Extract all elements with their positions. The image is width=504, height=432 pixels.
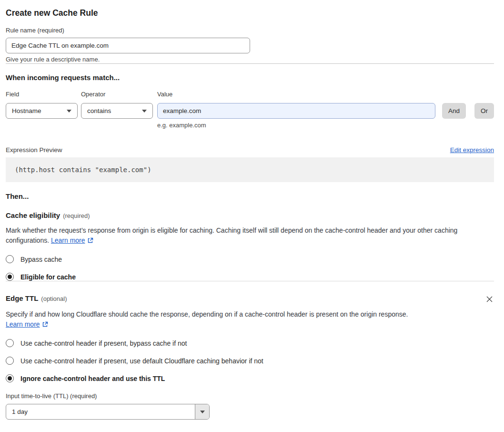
field-label: Field — [6, 91, 78, 98]
cache-eligibility-description: Mark whether the request’s response from… — [6, 226, 494, 246]
rule-name-label: Rule name (required) — [6, 27, 494, 34]
ttl-select[interactable]: 1 day — [6, 404, 210, 420]
eligible-for-cache-option[interactable]: Eligible for cache — [6, 273, 494, 281]
learn-more-label: Learn more — [6, 320, 40, 328]
edge-ttl-description-text: Specify if and how long Cloudflare shoul… — [6, 310, 408, 318]
edit-expression-link[interactable]: Edit expression — [450, 146, 494, 154]
chevron-down-icon — [67, 110, 71, 113]
ttl-option-bypass[interactable]: Use cache-control header if present, byp… — [6, 339, 494, 347]
radio-button-selected-icon[interactable] — [6, 374, 14, 382]
edge-ttl-learn-more-link[interactable]: Learn more — [6, 320, 48, 328]
ttl-input-label: Input time-to-live (TTL) (required) — [6, 392, 494, 400]
value-label: Value — [157, 91, 435, 98]
ttl-select-value: 1 day — [6, 404, 195, 419]
create-cache-rule-form: Create new Cache Rule Rule name (require… — [0, 0, 504, 425]
expression-builder-row: Field Hostname Operator contains Value e… — [6, 91, 494, 129]
value-helper: e.g. example.com — [157, 122, 435, 129]
value-column: Value e.g. example.com — [157, 91, 435, 129]
bypass-cache-option[interactable]: Bypass cache — [6, 255, 494, 263]
and-button[interactable]: And — [442, 103, 466, 119]
rule-name-helper: Give your rule a descriptive name. — [6, 56, 494, 63]
edge-ttl-description: Specify if and how long Cloudflare shoul… — [6, 309, 408, 329]
chevron-down-icon — [195, 404, 209, 419]
chevron-down-icon — [142, 110, 147, 113]
radio-button-icon[interactable] — [6, 357, 14, 365]
field-select[interactable]: Hostname — [6, 103, 78, 119]
learn-more-label: Learn more — [51, 237, 85, 244]
rule-name-group: Rule name (required) Give your rule a de… — [6, 27, 494, 63]
match-heading: When incoming requests match... — [6, 73, 494, 82]
operator-column: Operator contains — [81, 91, 153, 119]
operator-label: Operator — [81, 91, 153, 98]
expression-preview-label: Expression Preview — [6, 146, 62, 154]
rule-name-input[interactable] — [6, 38, 250, 53]
value-input[interactable] — [157, 103, 435, 119]
edge-ttl-heading-row: Edge TTL (optional) — [6, 294, 494, 305]
expression-preview-header: Expression Preview Edit expression — [6, 146, 494, 154]
field-column: Field Hostname — [6, 91, 78, 119]
radio-label: Use cache-control header if present, byp… — [20, 339, 187, 347]
cache-eligibility-learn-more-link[interactable]: Learn more — [51, 237, 93, 244]
radio-label: Eligible for cache — [20, 273, 76, 281]
ttl-option-ignore[interactable]: Ignore cache-control header and use this… — [6, 374, 494, 382]
radio-label: Bypass cache — [20, 256, 62, 263]
expression-preview-code: (http.host contains "example.com") — [6, 157, 494, 182]
radio-label: Ignore cache-control header and use this… — [20, 375, 165, 382]
section-divider — [6, 63, 494, 64]
edge-ttl-qualifier: (optional) — [41, 295, 67, 302]
radio-label: Use cache-control header if present, use… — [20, 357, 263, 365]
page-title: Create new Cache Rule — [6, 7, 494, 19]
or-button[interactable]: Or — [474, 103, 494, 119]
close-icon[interactable] — [485, 295, 494, 305]
cache-eligibility-heading-row: Cache eligibility (required) — [6, 211, 494, 220]
field-select-value: Hostname — [12, 107, 41, 114]
radio-button-icon[interactable] — [6, 255, 14, 263]
radio-button-icon[interactable] — [6, 339, 14, 347]
operator-select[interactable]: contains — [81, 103, 153, 119]
radio-button-selected-icon[interactable] — [6, 273, 14, 281]
operator-select-value: contains — [87, 107, 111, 114]
cache-eligibility-qualifier: (required) — [63, 212, 90, 219]
external-link-icon — [42, 321, 48, 328]
cache-eligibility-heading: Cache eligibility — [6, 211, 60, 220]
external-link-icon — [87, 237, 93, 244]
ttl-option-default[interactable]: Use cache-control header if present, use… — [6, 357, 494, 365]
then-heading: Then... — [6, 192, 494, 201]
section-divider — [6, 281, 494, 281]
edge-ttl-heading: Edge TTL — [6, 294, 38, 303]
